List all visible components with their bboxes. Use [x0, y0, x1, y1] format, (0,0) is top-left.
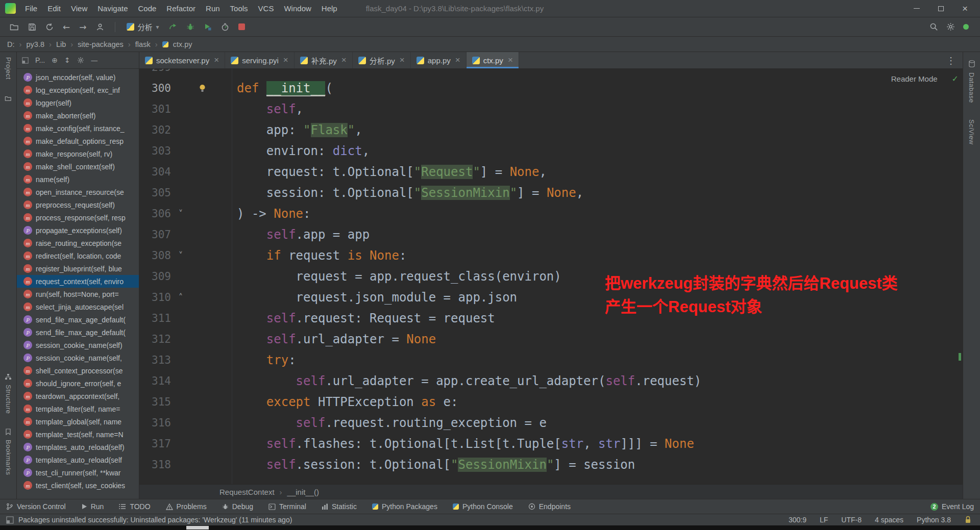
structure-item[interactable]: mtemplate_test(self, name=N — [17, 428, 139, 441]
line-number[interactable]: 314 — [139, 375, 171, 387]
toolwindow-python-console[interactable]: Python Console — [453, 502, 513, 511]
sidebar-item-database[interactable]: Database — [968, 72, 975, 103]
structure-item[interactable]: mraise_routing_exception(se — [17, 237, 139, 249]
code-text[interactable]: self.request.routing_exception = e — [214, 416, 547, 430]
line-number[interactable]: 299 — [139, 69, 171, 73]
menu-vcs[interactable]: VCS — [253, 2, 279, 15]
structure-item[interactable]: mshell_context_processor(se — [17, 364, 139, 377]
tab-socketserver.py[interactable]: socketserver.py× — [139, 52, 225, 68]
event-log-button[interactable]: 2 Event Log — [930, 502, 974, 511]
line-number[interactable]: 312 — [139, 333, 171, 345]
toolwindow-python-packages[interactable]: Python Packages — [372, 502, 437, 511]
menu-edit[interactable]: Edit — [42, 2, 66, 15]
structure-item[interactable]: mlogger(self) — [17, 96, 139, 109]
error-stripe-mark[interactable] — [959, 353, 961, 361]
structure-item[interactable]: mtemplate_global(self, name — [17, 415, 139, 428]
structure-item[interactable]: mmake_default_options_resp — [17, 135, 139, 147]
fold-down-icon[interactable]: ˅ — [171, 250, 190, 261]
structure-item[interactable]: mprocess_response(self, resp — [17, 211, 139, 224]
structure-item[interactable]: Ppropagate_exceptions(self) — [17, 224, 139, 237]
sidebar-item-project[interactable]: Project — [5, 57, 12, 80]
code-text[interactable]: if request is None: — [214, 248, 406, 263]
menu-file[interactable]: File — [20, 2, 42, 15]
structure-item[interactable]: mselect_jinja_autoescape(sel — [17, 300, 139, 313]
breadcrumb-item[interactable]: site-packages — [78, 40, 123, 48]
line-number[interactable]: 306 — [139, 208, 171, 220]
run-configuration-selector[interactable]: 分析 ▾ — [122, 20, 163, 34]
line-number[interactable]: 315 — [139, 396, 171, 408]
structure-item[interactable]: Psend_file_max_age_default( — [17, 326, 139, 339]
line-number[interactable]: 301 — [139, 103, 171, 115]
toolwindow-version-control[interactable]: Version Control — [6, 502, 66, 511]
code-text[interactable]: request.json_module = app.json — [214, 290, 517, 305]
close-button[interactable]: × — [962, 4, 968, 13]
code-text[interactable]: ) -> None: — [214, 207, 311, 221]
structure-item[interactable]: mrequest_context(self, enviro — [17, 275, 139, 288]
code-text[interactable]: self.session: t.Optional["SessionMixin"]… — [214, 458, 635, 472]
stop-button[interactable] — [235, 21, 249, 32]
tab--.py[interactable]: 分析.py× — [353, 52, 411, 68]
code-text[interactable]: self.request: Request = request — [214, 311, 495, 325]
coverage-button[interactable] — [200, 21, 215, 33]
line-separator[interactable]: LF — [820, 516, 828, 524]
code-text[interactable]: def __init__( — [214, 81, 333, 95]
minimize-button[interactable] — [914, 8, 920, 9]
debug-button[interactable] — [183, 21, 198, 33]
save-all-button[interactable] — [24, 21, 40, 33]
line-number[interactable]: 316 — [139, 417, 171, 429]
synchronize-button[interactable] — [42, 21, 57, 33]
toolwindow-endpoints[interactable]: Endpoints — [528, 502, 571, 511]
line-number[interactable]: 302 — [139, 124, 171, 136]
scroll-to-source-icon[interactable]: ⊕ — [52, 56, 58, 64]
fold-down-icon[interactable]: ˅ — [171, 209, 190, 219]
close-icon[interactable]: × — [283, 55, 288, 65]
close-icon[interactable]: × — [508, 55, 513, 65]
structure-item[interactable]: mrun(self, host=None, port= — [17, 288, 139, 300]
line-number[interactable]: 300 — [139, 82, 171, 94]
code-text[interactable]: except HTTPException as e: — [214, 395, 458, 409]
tab--.py[interactable]: 补充.py× — [295, 52, 353, 68]
toolwindow-statistic[interactable]: Statistic — [322, 502, 357, 511]
run-button[interactable] — [165, 21, 181, 33]
line-number[interactable]: 317 — [139, 438, 171, 450]
code-text[interactable]: session: t.Optional["SessionMixin"] = No… — [214, 186, 583, 200]
code-text[interactable]: self.app = app — [214, 228, 370, 242]
vcs-update-button[interactable] — [92, 21, 108, 33]
structure-item[interactable]: mopen_instance_resource(se — [17, 186, 139, 198]
lock-icon[interactable] — [964, 516, 972, 524]
structure-item[interactable]: Ptemplates_auto_reload(self) — [17, 441, 139, 453]
panel-tab-label[interactable]: P... — [35, 56, 45, 64]
line-number[interactable]: 309 — [139, 270, 171, 283]
forward-button[interactable]: → — [76, 20, 90, 34]
sidebar-item-bookmarks[interactable]: Bookmarks — [5, 440, 12, 475]
reader-mode-label[interactable]: Reader Mode — [891, 74, 938, 83]
breadcrumb-item[interactable]: D: — [7, 40, 15, 48]
tab-serving.pyi[interactable]: serving.pyi× — [225, 52, 295, 68]
menu-run[interactable]: Run — [201, 2, 225, 15]
caret-position[interactable]: 300:9 — [789, 516, 806, 524]
toolwindow-corner-icon[interactable] — [6, 516, 14, 524]
structure-item[interactable]: mshould_ignore_error(self, e — [17, 377, 139, 390]
code-editor[interactable]: 299300def __init__(301 self,302 app: "Fl… — [139, 69, 963, 484]
line-number[interactable]: 318 — [139, 459, 171, 471]
intention-bulb-icon[interactable] — [190, 84, 214, 92]
tab-app.py[interactable]: app.py× — [411, 52, 467, 68]
back-button[interactable]: ← — [59, 20, 74, 34]
structure-item[interactable]: Pjson_encoder(self, value) — [17, 71, 139, 84]
menu-navigate[interactable]: Navigate — [92, 2, 133, 15]
code-text[interactable]: self.flashes: t.Optional[t.List[t.Tuple[… — [214, 437, 694, 451]
sidebar-item-sciview[interactable]: SciView — [968, 119, 975, 145]
tab-ctx.py[interactable]: ctx.py× — [467, 52, 519, 68]
structure-item[interactable]: mtest_client(self, use_cookies — [17, 479, 139, 492]
breadcrumb-item[interactable]: Lib — [56, 40, 66, 48]
close-icon[interactable]: × — [455, 55, 460, 65]
panel-settings-gear-icon[interactable] — [77, 57, 84, 64]
breadcrumb-item[interactable]: py3.8 — [27, 40, 44, 48]
breadcrumb-method[interactable]: __init__() — [287, 488, 320, 496]
line-number[interactable]: 313 — [139, 354, 171, 366]
line-number[interactable]: 310 — [139, 291, 171, 304]
line-number[interactable]: 307 — [139, 229, 171, 241]
structure-item[interactable]: mredirect(self, location, code — [17, 249, 139, 262]
sort-icon[interactable]: ↕ — [64, 56, 70, 64]
open-folder-button[interactable] — [6, 21, 22, 33]
